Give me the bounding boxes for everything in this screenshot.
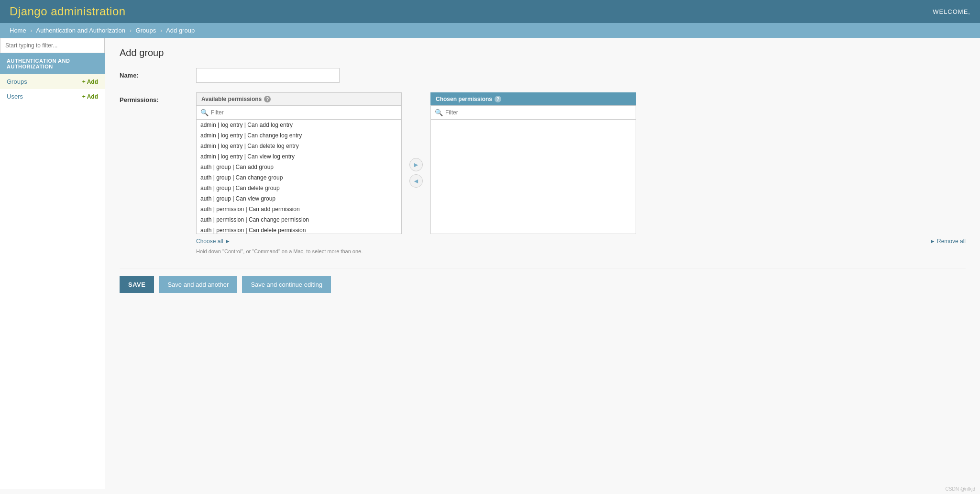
- main-container: Authentication and Authorization Groups …: [0, 38, 980, 489]
- page-title: Add group: [120, 47, 966, 58]
- move-right-button[interactable]: ►: [409, 158, 423, 171]
- save-continue-button[interactable]: Save and continue editing: [242, 276, 331, 293]
- name-input[interactable]: [196, 68, 340, 83]
- available-permission-item[interactable]: auth | group | Can change group: [197, 172, 401, 183]
- breadcrumb-sep-3: ›: [160, 27, 162, 34]
- remove-all-label: Remove all: [937, 238, 966, 245]
- available-permissions-items[interactable]: admin | log entry | Can add log entryadm…: [197, 120, 401, 234]
- main-content: Add group Name: Permissions: Available p…: [105, 38, 980, 489]
- available-permission-item[interactable]: admin | log entry | Can change log entry: [197, 130, 401, 141]
- permissions-dual-list: Available permissions ? 🔍 admin | log en…: [196, 92, 966, 234]
- available-permissions-box: Available permissions ? 🔍 admin | log en…: [196, 92, 402, 234]
- available-permission-item[interactable]: auth | permission | Can change permissio…: [197, 214, 401, 225]
- breadcrumb-home[interactable]: Home: [10, 27, 26, 34]
- chosen-search-icon: 🔍: [435, 109, 443, 116]
- breadcrumb-groups[interactable]: Groups: [136, 27, 156, 34]
- available-permissions-list[interactable]: admin | log entry | Can add log entryadm…: [196, 119, 402, 234]
- sidebar-item-groups[interactable]: Groups + Add: [0, 74, 105, 89]
- site-title: Django administration: [10, 5, 126, 18]
- available-permissions-title: Available permissions: [201, 96, 262, 102]
- available-permission-item[interactable]: auth | permission | Can delete permissio…: [197, 225, 401, 234]
- name-label: Name:: [120, 68, 196, 79]
- available-permission-item[interactable]: admin | log entry | Can add log entry: [197, 120, 401, 130]
- breadcrumb-sep-2: ›: [130, 27, 132, 34]
- header: Django administration WELCOME,: [0, 0, 980, 23]
- available-search-icon: 🔍: [200, 109, 209, 116]
- choose-all-label: Choose all: [196, 238, 223, 245]
- choose-all-row: Choose all ► ► Remove all: [196, 238, 966, 245]
- chosen-permissions-title: Chosen permissions: [436, 96, 492, 102]
- name-field-container: [196, 68, 966, 83]
- move-left-button[interactable]: ◄: [409, 174, 423, 188]
- available-permission-item[interactable]: admin | log entry | Can delete log entry: [197, 141, 401, 151]
- sidebar-item-users[interactable]: Users + Add: [0, 89, 105, 104]
- welcome-text: WELCOME,: [933, 8, 970, 15]
- sidebar-users-link[interactable]: Users: [7, 93, 23, 100]
- breadcrumbs: Home › Authentication and Authorization …: [0, 23, 980, 38]
- name-form-row: Name:: [120, 68, 966, 83]
- permissions-label: Permissions:: [120, 92, 196, 103]
- available-permissions-header: Available permissions ?: [196, 92, 402, 105]
- available-permission-item[interactable]: auth | group | Can view group: [197, 193, 401, 204]
- submit-row: SAVE Save and add another Save and conti…: [120, 269, 966, 300]
- chosen-search-bar: 🔍: [430, 105, 636, 119]
- breadcrumb-current: Add group: [166, 27, 195, 34]
- available-permission-item[interactable]: auth | group | Can add group: [197, 162, 401, 172]
- save-button[interactable]: SAVE: [120, 276, 154, 293]
- available-permission-item[interactable]: admin | log entry | Can view log entry: [197, 151, 401, 162]
- permissions-field-container: Available permissions ? 🔍 admin | log en…: [196, 92, 966, 254]
- sidebar-groups-add-link[interactable]: + Add: [82, 79, 98, 85]
- breadcrumb-auth[interactable]: Authentication and Authorization: [36, 27, 125, 34]
- sidebar-filter-input[interactable]: [0, 38, 105, 53]
- available-search-bar: 🔍: [196, 105, 402, 119]
- sidebar-users-add-link[interactable]: + Add: [82, 93, 98, 100]
- sidebar-section-header: Authentication and Authorization: [0, 53, 105, 74]
- save-add-button[interactable]: Save and add another: [159, 276, 237, 293]
- chosen-permissions-list[interactable]: [430, 119, 636, 234]
- chosen-help-icon[interactable]: ?: [495, 96, 501, 102]
- chosen-permissions-box: Chosen permissions ? 🔍: [430, 92, 636, 234]
- available-permission-item[interactable]: auth | permission | Can add permission: [197, 204, 401, 214]
- available-filter-input[interactable]: [209, 108, 397, 117]
- sidebar: Authentication and Authorization Groups …: [0, 38, 105, 489]
- remove-all-link[interactable]: ► Remove all: [930, 238, 966, 245]
- choose-all-arrow-icon: ►: [225, 238, 231, 245]
- breadcrumb-sep-1: ›: [30, 27, 32, 34]
- available-help-icon[interactable]: ?: [264, 96, 271, 102]
- permissions-form-row: Permissions: Available permissions ? 🔍: [120, 92, 966, 254]
- permissions-help-text: Hold down "Control", or "Command" on a M…: [196, 248, 966, 254]
- chosen-filter-input[interactable]: [443, 108, 632, 117]
- transfer-arrows: ► ◄: [409, 139, 423, 188]
- watermark: CSDN @nfkjd: [946, 486, 975, 489]
- remove-all-arrow-icon: ►: [930, 238, 937, 245]
- chosen-permissions-header: Chosen permissions ?: [430, 92, 636, 105]
- sidebar-groups-link[interactable]: Groups: [7, 78, 27, 85]
- choose-all-link[interactable]: Choose all ►: [196, 238, 231, 245]
- chosen-permissions-items[interactable]: [431, 120, 636, 234]
- available-permission-item[interactable]: auth | group | Can delete group: [197, 183, 401, 193]
